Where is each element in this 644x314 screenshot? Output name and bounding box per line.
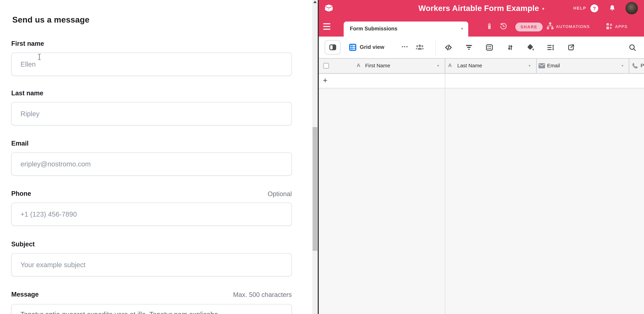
toolbar-divider — [436, 40, 436, 55]
add-record-row[interactable]: + — [319, 74, 644, 89]
column-name[interactable]: Email — [547, 63, 560, 68]
collaborators-icon[interactable] — [415, 43, 424, 51]
column-header-phone[interactable]: Phone — [629, 59, 644, 73]
single-line-text-icon: A — [448, 62, 452, 68]
hide-fields-icon[interactable] — [444, 43, 452, 52]
field-head: Email — [11, 140, 292, 148]
grid-header-row: A First Name ▾ A Last Name ▾ Email ▾ — [319, 58, 644, 74]
airtable-window: Workers Airtable Form Example ▾ HELP ? F… — [319, 0, 644, 314]
help-button[interactable]: HELP — [573, 6, 586, 11]
column-divider — [445, 74, 445, 88]
phone-icon — [631, 62, 638, 69]
apps-icon[interactable] — [606, 23, 613, 30]
sidebar-toggle-icon — [329, 44, 336, 51]
sort-icon[interactable] — [506, 43, 514, 52]
user-avatar[interactable] — [626, 2, 638, 14]
chevron-down-icon[interactable]: ▾ — [622, 64, 623, 68]
automations-button-label[interactable]: AUTOMATIONS — [556, 24, 590, 29]
field-head: Subject — [11, 240, 292, 249]
filter-icon[interactable] — [465, 43, 473, 52]
sidebar-menu-icon[interactable] — [323, 23, 330, 30]
add-record-plus-icon[interactable]: + — [323, 76, 328, 85]
subject-field-group: Subject — [11, 240, 292, 276]
share-view-icon[interactable] — [567, 43, 575, 52]
subject-input[interactable] — [11, 253, 292, 276]
phone-optional-hint: Optional — [268, 190, 292, 198]
share-button-label[interactable]: SHARE — [520, 25, 537, 29]
chevron-down-icon[interactable]: ▾ — [461, 26, 463, 31]
chevron-down-icon[interactable]: ▾ — [437, 64, 439, 68]
text-cursor-pointer — [38, 54, 41, 60]
column-header-last-name[interactable]: A Last Name ▾ — [445, 59, 536, 73]
view-toolbar: Grid view ••• — [319, 37, 644, 58]
first-name-field-group: First name — [11, 40, 292, 76]
column-name[interactable]: Phone — [640, 63, 644, 68]
fill-color-icon[interactable] — [526, 43, 534, 52]
message-textarea[interactable]: Tenetur optio quaerat expedita vero et i… — [11, 304, 292, 314]
email-label: Email — [11, 140, 28, 147]
tab-form-submissions[interactable]: Form Submissions ▾ — [344, 22, 468, 37]
message-label: Message — [11, 291, 39, 298]
grid-empty-area — [319, 89, 644, 314]
email-field-group: Email — [11, 140, 292, 176]
base-title[interactable]: Workers Airtable Form Example — [418, 4, 539, 13]
grid-view-icon[interactable] — [349, 44, 356, 51]
column-header-email[interactable]: Email ▾ — [536, 59, 629, 73]
phone-label: Phone — [11, 190, 31, 197]
group-icon[interactable] — [485, 43, 494, 52]
field-head: Phone Optional — [11, 190, 292, 198]
column-header-first-name[interactable]: A First Name ▾ — [319, 59, 445, 73]
left-window-scrollbar[interactable] — [312, 0, 318, 314]
share-button[interactable]: SHARE — [515, 23, 543, 32]
last-name-label: Last name — [11, 90, 43, 97]
views-sidebar-toggle-button[interactable] — [324, 40, 340, 55]
view-more-icon[interactable]: ••• — [402, 44, 408, 49]
search-icon[interactable] — [628, 43, 636, 52]
field-head: Message Max. 500 characters — [11, 291, 292, 299]
phone-field-group: Phone Optional — [11, 190, 292, 226]
last-name-input[interactable] — [11, 102, 292, 125]
view-name[interactable]: Grid view — [360, 44, 384, 50]
column-name[interactable]: Last Name — [457, 63, 482, 68]
contact-form-window: Send us a message First name Last name E… — [0, 0, 318, 314]
history-icon[interactable] — [499, 22, 508, 31]
email-icon — [538, 63, 545, 68]
last-name-field-group: Last name — [11, 90, 292, 125]
scrollbar-thumb[interactable] — [312, 127, 318, 251]
trash-icon[interactable] — [486, 23, 493, 30]
form-title: Send us a message — [12, 15, 90, 25]
chevron-down-icon[interactable]: ▾ — [542, 5, 544, 11]
topbar-right-cluster: HELP ? — [573, 0, 638, 17]
first-name-label: First name — [11, 40, 44, 47]
first-name-input[interactable] — [11, 53, 292, 76]
email-input[interactable] — [11, 152, 292, 176]
scroll-up-arrow-icon[interactable] — [313, 1, 317, 3]
apps-button-label[interactable]: APPS — [615, 24, 628, 29]
subject-label: Subject — [11, 240, 35, 248]
row-height-icon[interactable] — [546, 43, 554, 52]
screen: Send us a message First name Last name E… — [0, 0, 644, 314]
automations-icon[interactable] — [546, 22, 554, 30]
single-line-text-icon: A — [357, 62, 360, 68]
notifications-bell-icon[interactable] — [608, 5, 616, 12]
table-tab-label[interactable]: Form Submissions — [350, 26, 398, 32]
message-maxchars-hint: Max. 500 characters — [233, 291, 292, 299]
field-head: First name — [11, 40, 292, 48]
field-head: Last name — [11, 90, 292, 98]
chevron-down-icon[interactable]: ▾ — [529, 64, 530, 68]
phone-input[interactable] — [11, 203, 292, 226]
column-name[interactable]: First Name — [365, 63, 390, 68]
primary-column-divider — [445, 89, 445, 314]
help-question-icon[interactable]: ? — [590, 4, 598, 12]
message-field-group: Message Max. 500 characters Tenetur opti… — [11, 291, 292, 314]
